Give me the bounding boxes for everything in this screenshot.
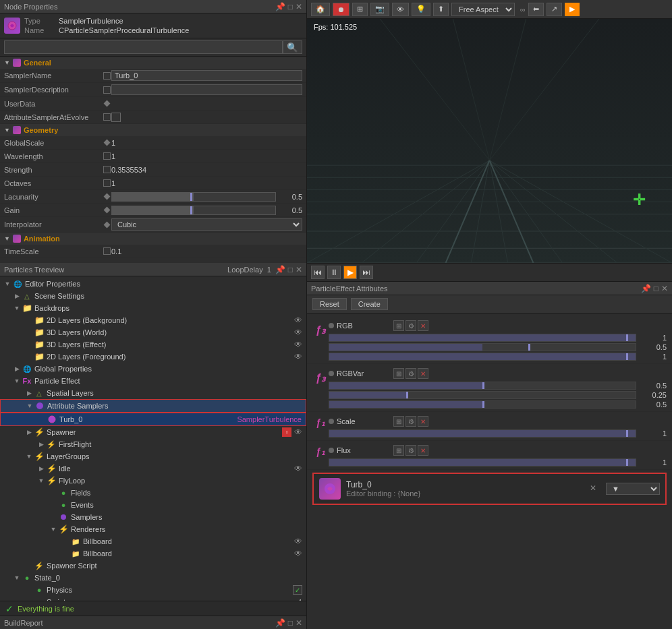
tree-item-billboard-1[interactable]: 📁 Billboard 👁 [0,535,306,547]
tree-item-spatial-layers[interactable]: ▶ △ Spatial Layers [0,387,306,399]
tree-item-physics[interactable]: ● Physics ✓ [0,584,306,596]
build-pin-button[interactable]: 📌 [275,618,285,628]
scale-grid-btn[interactable]: ⊞ [393,416,404,427]
tree-item-attribute-samplers[interactable]: ▼ Attribute Samplers [0,399,306,413]
eye-icon-billboard1[interactable]: 👁 [294,537,302,546]
interpolator-dropdown[interactable]: Cubic Linear None [111,218,302,231]
tree-item-2d-layers-bg[interactable]: 📁 2D Layers (Background) 👁 [0,314,306,326]
eye-icon-spawner[interactable]: 👁 [294,427,302,437]
rgb-slider-bar-3[interactable] [329,353,636,361]
rgbvar-gear-btn[interactable]: ⚙ [405,368,416,379]
close-button[interactable]: ✕ [296,2,302,11]
build-maximize-button[interactable]: □ [288,618,293,628]
checkbox-icon[interactable] [103,72,111,80]
tree-item-scene-settings[interactable]: ▶ △ Scene Settings [0,290,306,302]
prop-attrsampler-checkbox[interactable] [111,113,121,122]
tree-item-fields[interactable]: ● Fields [0,487,306,499]
general-section-header[interactable]: ▼ General [0,57,306,69]
tree-item-2d-layers-fg[interactable]: 📁 2D Layers (Foreground) 👁 [0,351,306,363]
eye-icon-3d-world[interactable]: 👁 [294,328,302,337]
tree-item-3d-layers-effect[interactable]: 📁 3D Layers (Effect) 👁 [0,338,306,351]
vp-home-button[interactable]: 🏠 [311,3,330,16]
rgbvar-slider-bar-3[interactable] [329,400,636,409]
tree-item-idle[interactable]: ▶ ⚡ Idle 👁 [0,462,306,475]
pause-button[interactable]: ⏸ [327,266,341,279]
flux-delete-btn[interactable]: ✕ [418,445,428,456]
eye-icon-2d-bg[interactable]: 👁 [294,316,302,325]
pin-button[interactable]: 📌 [275,2,285,11]
play-active-button[interactable]: ▶ [343,266,357,279]
checkbox-str[interactable] [103,166,111,173]
aspect-dropdown[interactable]: Free Aspect [451,3,515,16]
rgbvar-slider-bar-1[interactable] [329,382,636,390]
scale-gear-btn[interactable]: ⚙ [405,416,416,427]
reset-button[interactable]: Reset [312,298,347,310]
flux-grid-btn[interactable]: ⊞ [393,445,404,456]
forward-button[interactable]: ⏭ [360,266,373,279]
turb0-delete-btn[interactable]: ✕ [590,483,600,494]
tree-close-button[interactable]: ✕ [296,265,302,274]
create-button[interactable]: Create [351,298,388,310]
checkbox-ts[interactable] [103,247,111,255]
checkbox-oct[interactable] [103,179,111,187]
rgb-delete-btn[interactable]: ✕ [418,320,428,331]
scale-slider-bar-1[interactable] [329,429,636,438]
search-button[interactable]: 🔍 [283,40,302,54]
physics-checkbox[interactable]: ✓ [293,585,302,595]
scale-delete-btn[interactable]: ✕ [418,416,428,427]
tree-item-global-properties[interactable]: ▶ 🌐 Global Properties [0,363,306,375]
vp-cursor-button[interactable]: ⬆ [433,3,449,16]
rewind-button[interactable]: ⏮ [311,266,325,279]
tree-item-firstflight[interactable]: ▶ ⚡ FirstFlight [0,438,306,450]
attrs-close-button[interactable]: ✕ [661,284,668,293]
tree-item-flyloop[interactable]: ▼ ⚡ FlyLoop [0,475,306,487]
prop-samplername-input[interactable] [111,70,302,81]
tree-item-script[interactable]: ● Script 1 [0,596,306,601]
tree-item-editor-properties[interactable]: ▼ 🌐 Editor Properties [0,278,306,290]
attrs-maximize-button[interactable]: □ [654,284,659,293]
turb0-dropdown[interactable]: ▼ [606,483,660,495]
rgbvar-slider-bar-2[interactable] [329,391,636,399]
tree-item-billboard-2[interactable]: 📁 Billboard 👁 [0,547,306,560]
tree-item-events[interactable]: ● Events [0,499,306,511]
flux-gear-btn[interactable]: ⚙ [405,445,416,456]
eye-icon-billboard2[interactable]: 👁 [294,549,302,558]
vp-grid-button[interactable]: ⊞ [352,3,368,16]
vp-record-button[interactable]: ⏺ [333,3,349,16]
vp-cam-button[interactable]: 📷 [370,3,389,16]
rgb-slider-bar-1[interactable] [329,334,636,342]
tree-item-renderers[interactable]: ▼ ⚡ Renderers [0,523,306,535]
maximize-button[interactable]: □ [288,2,293,11]
tree-item-state0[interactable]: ▼ ● State_0 [0,572,306,584]
tree-item-spawner[interactable]: ▶ ⚡ Spawner ! 👁 [0,426,306,438]
rgbvar-grid-btn[interactable]: ⊞ [393,368,404,379]
vp-light-button[interactable]: 💡 [412,3,430,16]
tree-item-3d-layers-world[interactable]: 📁 3D Layers (World) 👁 [0,326,306,338]
rgb-gear-btn[interactable]: ⚙ [405,320,416,331]
flux-slider-bar-1[interactable] [329,458,636,467]
prop-samplerdesc-input[interactable] [111,84,302,95]
tree-item-samplers[interactable]: Samplers [0,511,306,523]
lacunarity-slider[interactable] [111,192,276,202]
animation-section-header[interactable]: ▼ Animation [0,233,306,245]
tree-item-spawner-script[interactable]: ⚡ Spawner Script [0,560,306,572]
eye-icon-2d-fg[interactable]: 👁 [294,352,302,361]
rgbvar-delete-btn[interactable]: ✕ [418,368,428,379]
checkbox-icon-3[interactable] [103,113,111,121]
checkbox-icon-2[interactable] [103,86,111,94]
tree-item-layergroups[interactable]: ▼ ⚡ LayerGroups [0,450,306,462]
tree-item-turb0[interactable]: Turb_0 SamplerTurbulence [0,413,306,426]
build-close-button[interactable]: ✕ [296,618,302,628]
rgb-grid-btn[interactable]: ⊞ [393,320,404,331]
vp-nav-button[interactable]: ⬅ [528,3,544,16]
tree-pin-button[interactable]: 📌 [275,265,285,274]
geometry-section-header[interactable]: ▼ Geometry [0,124,306,136]
eye-icon-idle[interactable]: 👁 [294,464,302,473]
vp-play-button[interactable]: ▶ [565,3,580,16]
rgb-slider-bar-2[interactable] [329,343,636,351]
tree-item-backdrops[interactable]: ▼ 📁 Backdrops [0,302,306,314]
tree-item-particle-effect[interactable]: ▼ Fx Particle Effect [0,375,306,387]
gain-slider[interactable] [111,206,276,215]
eye-icon-3d-effect[interactable]: 👁 [294,340,302,349]
tree-maximize-button[interactable]: □ [288,265,293,274]
